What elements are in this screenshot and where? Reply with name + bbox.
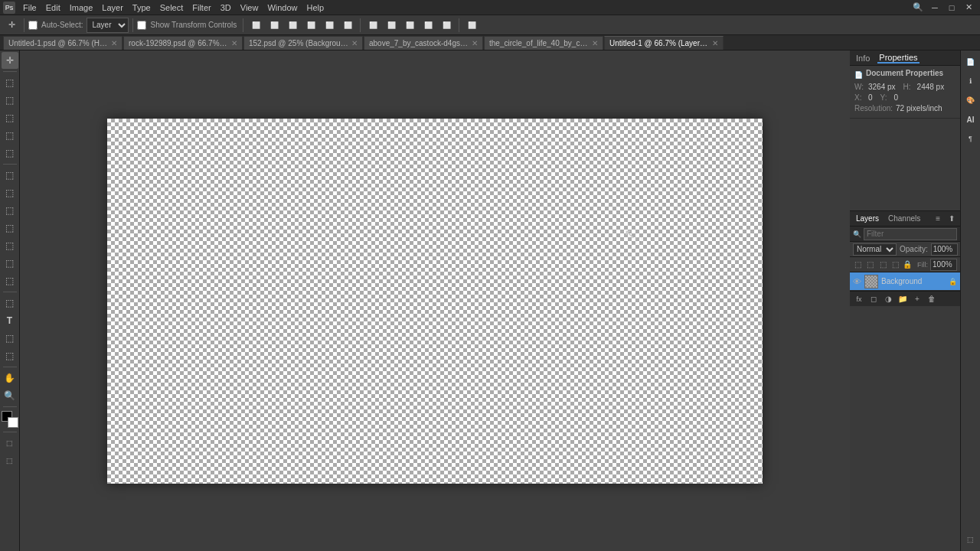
panel-layers-icon-btn[interactable]: ⬚	[962, 531, 979, 548]
minimize-button[interactable]: ─	[926, 0, 943, 16]
x-value: 0	[868, 93, 873, 102]
menu-layer[interactable]: Layer	[97, 0, 128, 15]
distribute-right-btn[interactable]: ⬜	[401, 17, 418, 34]
delete-layer-btn[interactable]: 🗑	[926, 293, 938, 305]
quick-mask-tool[interactable]: ⬚	[2, 435, 18, 452]
menu-edit[interactable]: Edit	[41, 0, 65, 15]
tab-1-label: rock-192989.psd @ 66.7% (Background co..…	[129, 39, 228, 47]
move-tool[interactable]: ✛	[2, 52, 18, 69]
rectangle-tool[interactable]: ⬚	[2, 347, 18, 364]
tab-1-close[interactable]: ✕	[231, 39, 237, 47]
auto-select-checkbox[interactable]	[28, 21, 38, 30]
panel-history-btn[interactable]: 📄	[962, 54, 979, 70]
lock-position-btn[interactable]: ⬚	[877, 259, 887, 271]
tab-channels[interactable]: Channels	[887, 214, 922, 223]
search-button[interactable]: 🔍	[910, 0, 926, 16]
close-button[interactable]: ✕	[960, 0, 977, 16]
distribute-left-btn[interactable]: ⬜	[364, 17, 381, 34]
lock-artboard-btn[interactable]: ⬚	[890, 259, 900, 271]
menu-select[interactable]: Select	[155, 0, 188, 15]
align-left-btn[interactable]: ⬜	[247, 17, 264, 34]
tool-sep-6	[3, 432, 17, 432]
screen-mode-tool[interactable]: ⬚	[2, 452, 18, 469]
tab-layers[interactable]: Layers	[854, 214, 880, 223]
menu-help[interactable]: Help	[302, 0, 329, 15]
layers-collapse-btn[interactable]: ⬆	[948, 213, 956, 225]
fill-input[interactable]	[930, 259, 957, 271]
menu-window[interactable]: Window	[263, 0, 302, 15]
tab-5[interactable]: Untitled-1 @ 66.7% (Layer 1, RGB/8#) ✕	[604, 36, 724, 50]
menu-file[interactable]: File	[18, 0, 41, 15]
align-bottom-btn[interactable]: ⬜	[339, 17, 356, 34]
tab-4[interactable]: the_circle_of_life_40_by_catstock-d56awc…	[484, 36, 603, 50]
move-tool-btn[interactable]: ✛	[3, 17, 20, 34]
layers-menu-btn[interactable]: ≡	[934, 213, 942, 225]
distribute-center-h-btn[interactable]: ⬜	[383, 17, 400, 34]
layers-search-input[interactable]	[864, 228, 957, 240]
lock-transparency-btn[interactable]: ⬚	[853, 259, 863, 271]
tab-properties[interactable]: Properties	[877, 53, 919, 64]
lock-image-btn[interactable]: ⬚	[865, 259, 875, 271]
tab-3-close[interactable]: ✕	[472, 39, 478, 47]
add-mask-btn[interactable]: ◻	[867, 293, 880, 305]
lock-all-btn[interactable]: 🔒	[903, 259, 913, 271]
gradient-tool[interactable]: ⬚	[2, 255, 18, 272]
quick-select-tool[interactable]: ⬚	[2, 109, 18, 126]
tab-0-close[interactable]: ✕	[111, 39, 117, 47]
clone-tool[interactable]: ⬚	[2, 202, 18, 219]
align-right-btn[interactable]: ⬜	[284, 17, 301, 34]
hand-tool[interactable]: ✋	[2, 370, 18, 386]
align-center-v-btn[interactable]: ⬜	[321, 17, 338, 34]
rectangular-marquee-tool[interactable]: ⬚	[2, 74, 18, 91]
menu-image[interactable]: Image	[65, 0, 98, 15]
zoom-tool[interactable]: 🔍	[2, 387, 18, 404]
opacity-input[interactable]	[931, 243, 958, 256]
tab-2-close[interactable]: ✕	[351, 39, 358, 47]
panel-color-btn[interactable]: 🎨	[962, 92, 979, 109]
tab-5-close[interactable]: ✕	[712, 39, 718, 47]
spot-heal-tool[interactable]: ⬚	[2, 167, 18, 184]
blend-mode-select[interactable]: Normal Multiply Screen Overlay Darken Li…	[853, 243, 897, 256]
create-adjustment-btn[interactable]: ◑	[882, 293, 894, 305]
tab-4-close[interactable]: ✕	[592, 39, 598, 47]
transform-checkbox[interactable]	[137, 21, 146, 30]
create-layer-btn[interactable]: +	[911, 293, 923, 305]
maximize-button[interactable]: □	[943, 0, 960, 16]
distribute-top-btn[interactable]: ⬜	[420, 17, 436, 34]
type-tool[interactable]: T	[2, 312, 18, 329]
menu-3d[interactable]: 3D	[216, 0, 236, 15]
dodge-tool[interactable]: ⬚	[2, 272, 18, 289]
brush-tool[interactable]: ⬚	[2, 184, 18, 201]
menu-filter[interactable]: Filter	[188, 0, 215, 15]
tab-0[interactable]: Untitled-1.psd @ 66.7% (Hue/Saturation 1…	[3, 36, 122, 50]
layer-visibility-eye[interactable]: 👁	[853, 277, 861, 286]
tab-1[interactable]: rock-192989.psd @ 66.7% (Background co..…	[123, 36, 243, 50]
layer-select[interactable]: Layer Group	[87, 18, 129, 33]
canvas-display[interactable]	[107, 119, 763, 484]
3d-mode-btn[interactable]: ⬜	[463, 17, 480, 34]
color-picker[interactable]	[2, 411, 18, 428]
tab-3[interactable]: above_7_by_castock-d4gsrfu.jpg @ 25% (R.…	[364, 36, 483, 50]
fx-btn[interactable]: fx	[853, 293, 865, 305]
y-value: 0	[894, 93, 899, 102]
menu-type[interactable]: Type	[128, 0, 155, 15]
align-top-btn[interactable]: ⬜	[302, 17, 319, 34]
crop-tool[interactable]: ⬚	[2, 127, 18, 144]
lasso-tool[interactable]: ⬚	[2, 92, 18, 109]
create-group-btn[interactable]: 📁	[897, 293, 909, 305]
eraser-tool[interactable]: ⬚	[2, 237, 18, 254]
pen-tool[interactable]: ⬚	[2, 295, 18, 311]
tab-info[interactable]: Info	[854, 54, 871, 63]
eyedropper-tool[interactable]: ⬚	[2, 145, 18, 161]
panel-info-btn[interactable]: ℹ	[962, 73, 979, 90]
history-brush-tool[interactable]: ⬚	[2, 220, 18, 236]
tab-2[interactable]: 152.psd @ 25% (Background copy 2, RGB/..…	[243, 36, 363, 50]
panel-ai-btn[interactable]: AI	[962, 111, 979, 128]
background-color[interactable]	[8, 417, 18, 428]
distribute-center-v-btn[interactable]: ⬜	[438, 17, 455, 34]
path-select-tool[interactable]: ⬚	[2, 330, 18, 347]
align-center-h-btn[interactable]: ⬜	[266, 17, 283, 34]
menu-view[interactable]: View	[236, 0, 263, 15]
panel-text-btn[interactable]: ¶	[962, 130, 979, 147]
layer-item-background[interactable]: 👁 Background 🔒	[850, 272, 960, 291]
